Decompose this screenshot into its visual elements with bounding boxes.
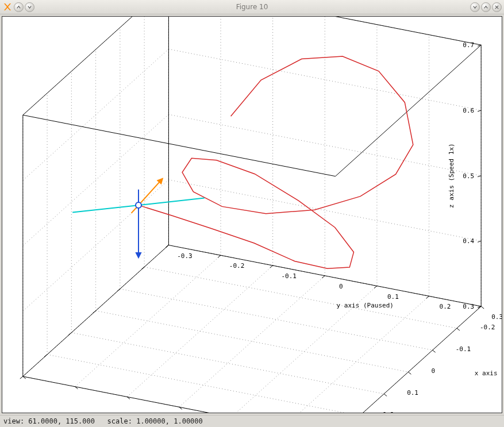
svg-line-25: [117, 289, 120, 291]
z-axis-label: z axis (Speed 1x): [448, 143, 455, 208]
svg-line-12: [322, 276, 325, 278]
svg-marker-36: [136, 253, 141, 257]
x-tick-label: -0.2: [480, 324, 495, 331]
grid-line: [179, 276, 325, 407]
z-tick-label: 0.7: [463, 41, 474, 49]
z-tick-label: 0.3: [463, 303, 474, 310]
grid-line: [168, 17, 481, 45]
axes3d[interactable]: 0.30.40.50.60.7-0.3-0.2-0.100.10.20.3-0.…: [2, 17, 502, 413]
y-tick-label: 0.2: [440, 303, 451, 310]
svg-line-21: [166, 245, 168, 248]
statusbar: view: 61.0000, 115.000 scale: 1.00000, 1…: [0, 415, 504, 427]
window-title: Figure 10: [0, 3, 504, 11]
close-button[interactable]: [492, 2, 502, 12]
minimize-button[interactable]: [470, 2, 480, 12]
box-edge: [23, 115, 336, 176]
y-tick-label: 0: [339, 283, 343, 290]
svg-line-14: [374, 286, 377, 288]
y-tick-label: -0.3: [177, 252, 193, 260]
x-tick-label: 0.2: [383, 411, 394, 413]
grid-line: [120, 289, 433, 351]
svg-line-29: [68, 333, 71, 335]
svg-line-28: [384, 394, 387, 396]
maximize-button[interactable]: [481, 2, 491, 12]
svg-line-23: [141, 267, 144, 270]
y-tick-label: -0.1: [281, 272, 297, 280]
grid-line: [47, 355, 360, 413]
z-tick-label: 0.4: [463, 237, 474, 245]
trajectory-line: [138, 56, 413, 268]
z-tick-label: 0.5: [463, 172, 474, 180]
status-text: view: 61.0000, 115.000 scale: 1.00000, 1…: [3, 417, 203, 425]
grid-line: [23, 114, 169, 245]
svg-line-27: [93, 311, 96, 313]
y-axis-label: y axis (Paused): [337, 302, 394, 309]
current-point-marker: [136, 202, 141, 208]
ontop-button[interactable]: [25, 2, 34, 12]
svg-line-26: [408, 372, 411, 374]
svg-line-10: [270, 266, 273, 268]
svg-line-22: [457, 328, 460, 330]
grid-line: [23, 49, 169, 180]
x-tick-label: 0: [431, 367, 435, 375]
grid-line: [75, 255, 221, 386]
grid-line: [71, 333, 384, 394]
grid-line: [168, 49, 481, 110]
y-tick-label: -0.2: [229, 262, 245, 270]
svg-line-31: [44, 355, 47, 357]
grid-line: [144, 267, 457, 329]
x-tick-label: 0.1: [407, 389, 418, 397]
x-axis-label: x axis (t = 10.48): [475, 370, 502, 377]
grid-line: [127, 266, 273, 397]
svg-line-33: [20, 376, 23, 379]
y-tick-label: 0.1: [387, 293, 399, 301]
svg-line-4: [478, 110, 481, 111]
frame-axis-orange: [138, 179, 163, 205]
svg-line-8: [218, 255, 221, 257]
plot-canvas[interactable]: 0.30.40.50.60.7-0.3-0.2-0.100.10.20.3-0.…: [2, 16, 502, 413]
grid-line: [23, 180, 169, 311]
z-tick-label: 0.6: [463, 107, 474, 114]
svg-line-24: [433, 350, 436, 352]
box-edge: [336, 45, 482, 176]
x-tick-label: -0.1: [456, 345, 471, 353]
svg-marker-0: [4, 3, 11, 10]
svg-line-20: [481, 306, 484, 309]
y-tick-label: 0.3: [491, 313, 502, 321]
figure-window: Figure 10 0.30.40.50.60.7-0.3-0.2-0.100.…: [0, 0, 504, 427]
box-edge: [168, 17, 481, 45]
svg-line-2: [478, 241, 481, 242]
shade-button[interactable]: [14, 2, 24, 12]
box-edge: [23, 17, 169, 115]
grid-line: [23, 17, 169, 115]
svg-line-16: [426, 296, 429, 298]
titlebar[interactable]: Figure 10: [0, 0, 504, 14]
app-icon: [2, 2, 13, 12]
svg-line-3: [478, 176, 481, 177]
